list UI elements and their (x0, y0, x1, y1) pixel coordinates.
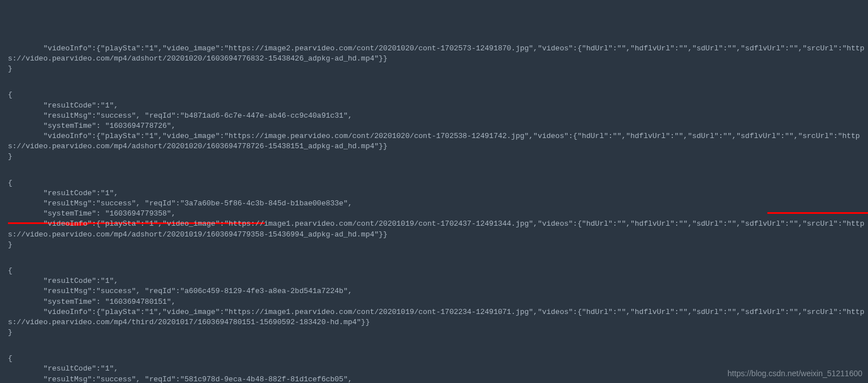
code-line: "systemTime": "1603694779358", (8, 209, 868, 219)
code-line: "resultCode":"1", (8, 276, 868, 286)
code-line: "videoInfo":{"playSta":"1","video_image"… (8, 307, 868, 328)
code-line: "videoInfo":{"playSta":"1","video_image"… (8, 219, 868, 239)
json-block: { "resultCode":"1", "resultMsg":"success… (8, 354, 868, 383)
code-line: } (8, 64, 868, 74)
code-line: "videoInfo":{"playSta":"1","video_image"… (8, 44, 868, 64)
json-block: { "resultCode":"1", "resultMsg":"success… (8, 178, 868, 250)
code-line: "systemTime": "1603694780151", (8, 297, 868, 307)
json-block: "videoInfo":{"playSta":"1","video_image"… (8, 44, 868, 75)
code-line: } (8, 240, 868, 250)
code-line: } (8, 328, 868, 338)
code-line: { (8, 178, 868, 188)
code-line: { (8, 90, 868, 100)
code-line: "resultMsg":"success", "reqId":"581c978d… (8, 375, 868, 383)
code-line: { (8, 266, 868, 276)
json-block: { "resultCode":"1", "resultMsg":"success… (8, 266, 868, 338)
code-line: "resultCode":"1", (8, 188, 868, 199)
code-line: "resultMsg":"success", "reqId":"3a7a60be… (8, 199, 868, 209)
code-line: { (8, 354, 868, 364)
code-output: "videoInfo":{"playSta":"1","video_image"… (8, 44, 868, 383)
code-line: } (8, 152, 868, 162)
code-line: "resultCode":"1", (8, 101, 868, 111)
code-line: "resultMsg":"success", "reqId":"b4871ad6… (8, 111, 868, 121)
json-block: { "resultCode":"1", "resultMsg":"success… (8, 90, 868, 162)
code-line: "resultMsg":"success", "reqId":"a606c459… (8, 286, 868, 296)
code-line: "videoInfo":{"playSta":"1","video_image"… (8, 131, 868, 152)
code-line: "resultCode":"1", (8, 364, 868, 374)
code-line: "systemTime": "1603694778726", (8, 121, 868, 131)
